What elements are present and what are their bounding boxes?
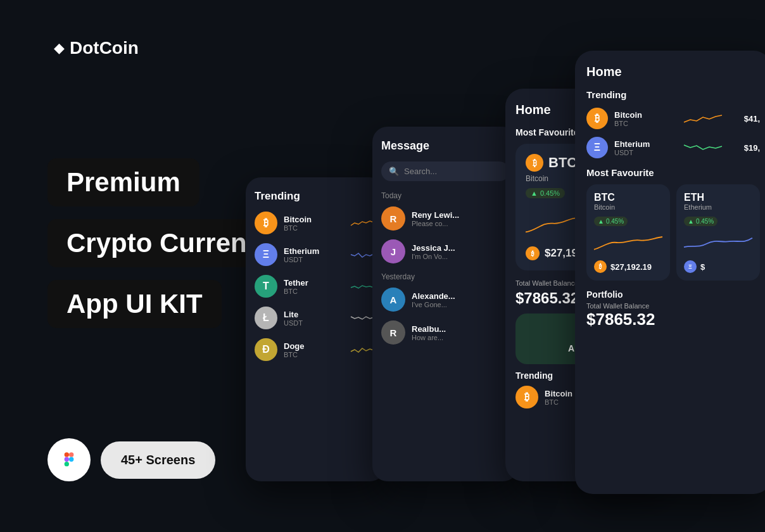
avatar: R (381, 206, 405, 231)
fav-btc-chart (594, 230, 662, 255)
list-item: ₿ Bitcoin BTC $41, (586, 108, 760, 129)
ph4-portfolio: Portfolio Total Wallet Balance $7865.32 (586, 289, 760, 329)
svg-rect-3 (65, 462, 69, 466)
fav-eth-price: $ (700, 262, 705, 272)
svg-rect-1 (69, 452, 73, 457)
btc-icon: ₿ (526, 154, 543, 172)
usdt-icon: T (255, 275, 277, 298)
phone-home-full: Home Trending ₿ Bitcoin BTC $41, Ξ Ehter… (575, 51, 765, 494)
logo: ◆ DotCoin (54, 38, 139, 58)
phone-trending: Trending ₿ Bitcoin BTC Ξ Etherium USDT (246, 177, 385, 481)
yesterday-label: Yesterday (381, 272, 509, 281)
btc-small-icon: ₿ (526, 246, 540, 260)
fav-eth-icon: Ξ (684, 260, 697, 273)
search-placeholder: Search... (404, 167, 437, 176)
ph4-portfolio-title: Portfolio (586, 289, 760, 300)
list-item: T Tether BTC (255, 275, 376, 298)
ph4-home-title: Home (586, 65, 760, 79)
list-item: Ł Lite USDT (255, 307, 376, 329)
fav-btc-icon: ₿ (594, 260, 607, 273)
avatar: J (381, 239, 405, 263)
today-label: Today (381, 191, 509, 200)
hero-line1: Premium (47, 158, 199, 206)
list-item: Ξ Ehterium USDT $19, (586, 137, 760, 158)
fav-eth-badge: ▲ 0.45% (684, 217, 718, 226)
ph4-trending-title: Trending (586, 89, 760, 100)
ph4-portfolio-value: $7865.32 (586, 310, 760, 329)
phone-message: Message 🔍 Search... Today R Reny Lewi...… (372, 127, 518, 481)
eth-icon: Ξ (255, 243, 277, 266)
list-item: J Jessica J... I'm On Vo... (381, 239, 509, 263)
ph4-eth-icon: Ξ (586, 137, 608, 158)
ph4-btc-icon: ₿ (586, 108, 608, 129)
ph4-btc-price: $41, (728, 114, 760, 124)
search-bar[interactable]: 🔍 Search... (381, 162, 509, 181)
logo-name: DotCoin (70, 38, 139, 58)
lite-icon: Ł (255, 307, 277, 329)
list-item: Ð Doge BTC (255, 338, 376, 361)
btc-symbol: BTC (548, 155, 577, 171)
fav-cards-row: BTC Bitcoin ▲ 0.45% ₿ $27,192.19 E (586, 184, 760, 281)
ph4-portfolio-sub: Total Wallet Balance (586, 302, 760, 310)
fav-btc-badge: ▲ 0.45% (594, 217, 628, 226)
list-item: Ξ Etherium USDT (255, 243, 376, 266)
screens-button[interactable]: 45+ Screens (101, 441, 215, 479)
avatar: A (381, 288, 405, 312)
fav-card-btc: BTC Bitcoin ▲ 0.45% ₿ $27,192.19 (586, 184, 670, 281)
list-item: R Realbu... How are... (381, 320, 509, 345)
phones-container: Trending ₿ Bitcoin BTC Ξ Etherium USDT (227, 0, 765, 532)
btc-trending-icon: ₿ (515, 386, 538, 408)
bottom-actions: 45+ Screens (47, 438, 215, 481)
figma-button[interactable] (47, 438, 91, 481)
message-title: Message (381, 139, 509, 153)
doge-icon: Ð (255, 338, 277, 361)
fav-btc-price: $27,192.19 (610, 262, 652, 272)
fav-eth-chart (684, 230, 752, 255)
logo-diamond-icon: ◆ (54, 40, 65, 56)
btc-change-badge: ▲ 0.45% (526, 188, 565, 198)
svg-rect-0 (65, 452, 69, 457)
svg-point-4 (69, 457, 73, 462)
phone1-title: Trending (255, 190, 376, 203)
list-item: R Reny Lewi... Please co... (381, 206, 509, 231)
hero-line3: App UI KIT (47, 280, 222, 328)
list-item: ₿ Bitcoin BTC (255, 212, 376, 234)
list-item: A Alexande... I've Gone... (381, 288, 509, 312)
search-icon: 🔍 (389, 167, 399, 176)
svg-rect-2 (65, 457, 69, 462)
ph4-eth-sparkline (684, 140, 722, 155)
fav-card-eth: ETH Etherium ▲ 0.45% Ξ $ (676, 184, 760, 281)
ph4-btc-sparkline (684, 111, 722, 126)
ph4-eth-price: $19, (728, 143, 760, 153)
avatar: R (381, 320, 405, 345)
ph4-most-fav-title: Most Favourite (586, 167, 760, 178)
btc-icon: ₿ (255, 212, 277, 234)
